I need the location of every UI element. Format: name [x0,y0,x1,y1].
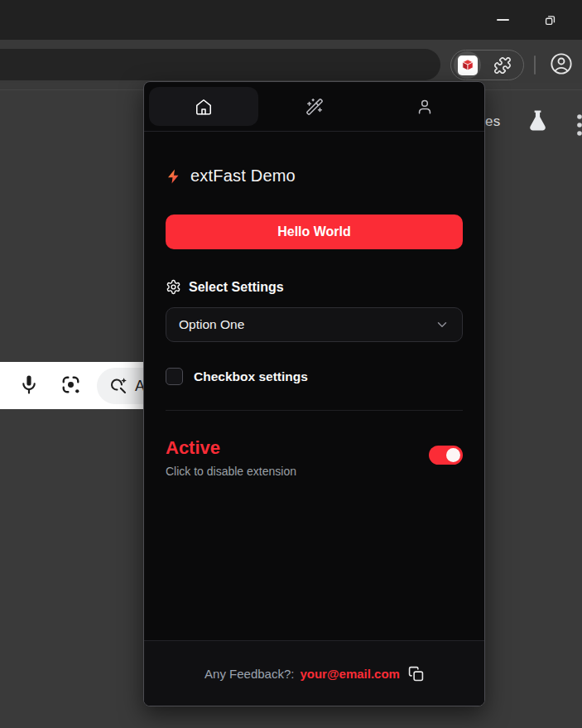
voice-search-button[interactable] [18,374,40,395]
feedback-prompt: Any Feedback?: [204,667,294,681]
home-icon [195,98,213,116]
hello-world-button[interactable]: Hello World [166,215,463,249]
popup-tab-bar [144,82,484,132]
search-sparkle-icon [108,376,128,396]
chevron-down-icon [435,317,450,332]
extensions-menu-button[interactable] [493,56,512,75]
settings-heading-row: Select Settings [166,279,463,295]
kebab-menu-icon [575,113,582,141]
popup-body: extFast Demo Hello World Select Settings… [144,166,484,478]
image-search-button[interactable] [60,374,82,396]
copy-icon [408,666,424,682]
minimize-icon [497,19,509,21]
extfast-extension-button[interactable] [458,55,478,75]
tab-enhance[interactable] [260,87,369,126]
extensions-pill [450,50,524,80]
toggle-knob [446,448,460,462]
restore-button[interactable] [537,7,562,32]
browser-window: AI es [0,0,582,728]
select-value: Option One [179,317,244,332]
status-subtitle: Click to disable extension [166,465,296,478]
restore-icon [543,13,557,27]
settings-select[interactable]: Option One [166,307,463,342]
minimize-button[interactable] [490,7,515,32]
extension-popup: extFast Demo Hello World Select Settings… [143,81,485,706]
labs-button[interactable] [525,108,551,134]
google-lens-icon [60,374,82,396]
flask-icon [525,108,551,134]
gear-icon [166,279,181,295]
settings-heading: Select Settings [189,280,284,295]
puzzle-extensions-icon [493,56,512,75]
popup-footer: Any Feedback?: your@email.com [144,640,484,706]
feedback-email-link[interactable]: your@email.com [300,667,400,681]
window-titlebar [0,0,582,40]
popup-title-row: extFast Demo [166,166,463,186]
active-toggle[interactable] [429,446,463,465]
checkbox-row: Checkbox settings [166,368,463,385]
checkbox-label: Checkbox settings [194,369,308,384]
toolbar-divider [534,55,536,75]
page-menu-button[interactable] [575,113,582,141]
settings-checkbox[interactable] [166,368,183,385]
tab-home[interactable] [149,87,258,126]
tab-profile[interactable] [370,87,479,126]
status-title: Active [166,437,296,459]
status-texts: Active Click to disable extension [166,437,296,478]
microphone-icon [18,374,40,395]
wand-sparkles-icon [305,98,324,116]
copy-email-button[interactable] [408,666,424,682]
profile-icon [550,52,573,75]
status-row: Active Click to disable extension [166,437,463,478]
profile-button[interactable] [550,52,573,75]
person-icon [416,98,434,116]
section-divider [166,410,463,411]
lightning-bolt-icon [166,168,182,185]
address-bar[interactable] [0,49,440,80]
popup-title: extFast Demo [190,166,296,186]
images-link-partial[interactable]: es [485,113,500,130]
package-cube-extension-icon [460,58,475,73]
